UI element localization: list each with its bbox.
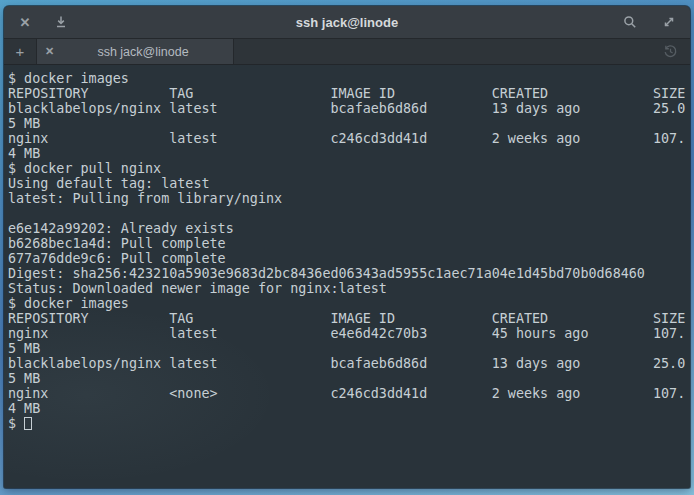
- terminal-line: $ docker images: [8, 296, 690, 311]
- terminal-line: nginx latest c246cd3dd41d 2 weeks ago 10…: [8, 131, 690, 146]
- terminal-line: Digest: sha256:423210a5903e9683d2bc8436e…: [8, 266, 690, 281]
- new-tab-button[interactable]: +: [4, 39, 37, 64]
- terminal-line: REPOSITORY TAG IMAGE ID CREATED SIZE: [8, 86, 690, 101]
- tab-title: ssh jack@linode: [61, 45, 225, 59]
- search-button[interactable]: [621, 13, 639, 31]
- close-tab-button[interactable]: ✕: [45, 45, 61, 58]
- terminal-line: Using default tag: latest: [8, 176, 690, 191]
- terminal-line: REPOSITORY TAG IMAGE ID CREATED SIZE: [8, 311, 690, 326]
- fullscreen-button[interactable]: [660, 13, 678, 31]
- history-button[interactable]: [650, 39, 690, 64]
- terminal-line: 4 MB: [8, 146, 690, 161]
- terminal-line: $ docker pull nginx: [8, 161, 690, 176]
- terminal-line: [8, 206, 690, 221]
- terminal-line: latest: Pulling from library/nginx: [8, 191, 690, 206]
- expand-icon: [661, 14, 677, 30]
- terminal-line: 5 MB: [8, 341, 690, 356]
- tabbar-spacer: [234, 39, 650, 64]
- terminal-prompt-line: $: [8, 416, 690, 431]
- terminal-line: b6268bec1a4d: Pull complete: [8, 236, 690, 251]
- window-title: ssh jack@linode: [4, 15, 690, 30]
- terminal-line: 5 MB: [8, 371, 690, 386]
- terminal-line: Status: Downloaded newer image for nginx…: [8, 281, 690, 296]
- close-icon: ✕: [45, 45, 54, 57]
- prompt: $: [8, 416, 24, 431]
- close-window-button[interactable]: ✕: [16, 13, 34, 31]
- download-icon: [53, 14, 69, 30]
- plus-icon: +: [16, 43, 25, 60]
- terminal-line: blacklabelops/nginx latest bcafaeb6d86d …: [8, 356, 690, 371]
- tab-ssh-jack-linode[interactable]: ✕ ssh jack@linode: [37, 39, 234, 64]
- terminal-line: 5 MB: [8, 116, 690, 131]
- terminal-line: 4 MB: [8, 401, 690, 416]
- terminal-output: $ docker imagesREPOSITORY TAG IMAGE ID C…: [8, 71, 690, 416]
- add-terminal-down-button[interactable]: [52, 13, 70, 31]
- tabbar: + ✕ ssh jack@linode: [4, 39, 690, 65]
- terminal-line: blacklabelops/nginx latest bcafaeb6d86d …: [8, 101, 690, 116]
- terminal-line: 677a76dde9c6: Pull complete: [8, 251, 690, 266]
- titlebar: ✕ ssh jack@linode: [4, 6, 690, 39]
- history-icon: [662, 43, 679, 60]
- search-icon: [622, 14, 638, 30]
- terminal-line: $ docker images: [8, 71, 690, 86]
- close-icon: ✕: [20, 16, 31, 29]
- terminal-line: nginx <none> c246cd3dd41d 2 weeks ago 10…: [8, 386, 690, 401]
- titlebar-left-controls: ✕: [16, 13, 70, 31]
- terminal-line: nginx latest e4e6d42c70b3 45 hours ago 1…: [8, 326, 690, 341]
- titlebar-right-controls: [621, 13, 678, 31]
- terminal-window: ✕ ssh jack@linode: [4, 6, 690, 488]
- terminal-cursor: [24, 417, 32, 430]
- terminal-line: e6e142a99202: Already exists: [8, 221, 690, 236]
- terminal[interactable]: $ docker imagesREPOSITORY TAG IMAGE ID C…: [4, 65, 690, 488]
